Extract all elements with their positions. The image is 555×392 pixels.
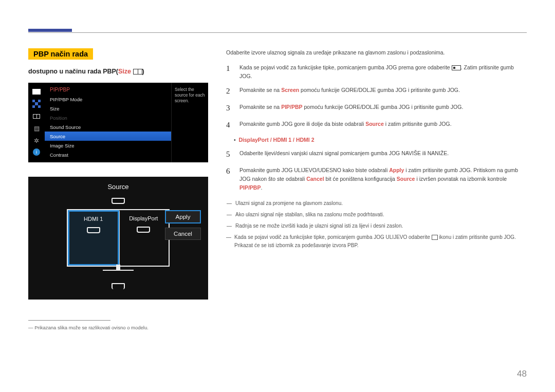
pbp-small-icon xyxy=(31,111,42,121)
step-num: 4 xyxy=(226,119,233,131)
gear-icon: ✲ xyxy=(31,136,42,145)
section-title: PBP način rada xyxy=(28,48,93,60)
footnote: ― Prikazana slika može se razlikovati ov… xyxy=(28,325,208,330)
cancel-button[interactable]: Cancel xyxy=(165,228,201,240)
step-num: 1 xyxy=(226,62,233,74)
step-text: Pomaknite gumb JOG gore ili dolje da bis… xyxy=(239,119,527,128)
doc-icon: ▤ xyxy=(31,124,42,133)
port-top-icon xyxy=(112,197,125,206)
pbp-size-icon xyxy=(133,69,142,74)
step-num: 2 xyxy=(226,85,233,97)
step-3: 3 Pomaknite se na PIP/PBP pomoću funkcij… xyxy=(226,102,527,114)
joystick-icon xyxy=(31,99,42,108)
displayport-icon xyxy=(137,227,150,233)
note-item: ―Ulazni signal za promjene na glavnom za… xyxy=(226,199,527,208)
header-divider xyxy=(28,32,527,33)
step-text: Pomaknite se na Screen pomoću funkcije G… xyxy=(239,85,527,95)
osd-source-dialog: Source HDMI 1 DisplayPort Apply xyxy=(28,177,208,300)
left-label: HDMI 1 xyxy=(84,216,103,222)
step-text: Pomaknite gumb JOG ULIJEVO/UDESNO kako b… xyxy=(239,165,527,192)
note-item: ―Ako ulazni signal nije stabilan, slika … xyxy=(226,211,527,219)
monitor-stand-icon xyxy=(103,270,134,279)
footnote-divider xyxy=(28,320,110,321)
step-text: Kada se pojavi vodič za funkcijske tipke… xyxy=(239,62,527,81)
note-item: ―Radnja se ne može izvršiti kada je ulaz… xyxy=(226,222,527,230)
subtitle-size: Size xyxy=(118,68,131,75)
intro-text: Odaberite izvore ulaznog signala za uređ… xyxy=(226,48,527,57)
header-accent-bar xyxy=(28,29,72,32)
left-column: PBP način rada dostupno u načinu rada PB… xyxy=(28,48,208,330)
return-icon xyxy=(432,235,438,240)
step-6: 6 Pomaknite gumb JOG ULIJEVO/UDESNO kako… xyxy=(226,165,527,192)
step-5: 5 Odaberite lijevi/desni vanjski ulazni … xyxy=(226,148,527,160)
page-content: PBP način rada dostupno u načinu rada PB… xyxy=(28,48,527,330)
sources-bullet: • DisplayPort / HDMI 1 / HDMI 2 xyxy=(234,136,527,144)
step-text: Odaberite lijevi/desni vanjski ulazni si… xyxy=(239,148,527,158)
step-num: 3 xyxy=(226,102,233,114)
port-bottom-icon xyxy=(112,282,125,291)
subtitle-prefix: dostupno u načinu rada PBP( xyxy=(28,68,118,75)
screen-right[interactable]: DisplayPort xyxy=(119,210,169,266)
info-icon: i xyxy=(33,148,40,156)
page-number: 48 xyxy=(517,369,527,379)
notes-list: ―Ulazni signal za promjene na glavnom za… xyxy=(226,199,527,250)
step-1: 1 Kada se pojavi vodič za funkcijske tip… xyxy=(226,62,527,81)
osd-sidebar: ▤ ✲ i xyxy=(28,83,45,162)
step-4: 4 Pomaknite gumb JOG gore ili dolje da b… xyxy=(226,119,527,131)
note-item: ―Kada se pojavi vodič za funkcijske tipk… xyxy=(226,233,527,250)
step-text: Pomaknite se na PIP/PBP pomoću funkcije … xyxy=(239,102,527,111)
osd-menu-pip-pbp: ▤ ✲ i PIP/PBP PIP/PBP ModeOn Size Positi… xyxy=(28,83,208,162)
hdmi-icon xyxy=(87,227,100,233)
apply-button[interactable]: Apply xyxy=(165,210,201,223)
dialog-buttons: Apply Cancel xyxy=(165,210,201,240)
subtitle: dostupno u načinu rada PBP(Size ) xyxy=(28,68,208,75)
step-num: 5 xyxy=(226,148,233,160)
right-label: DisplayPort xyxy=(129,215,158,221)
step-num: 6 xyxy=(226,165,233,177)
osd-hint: Select the source for each screen. xyxy=(171,83,208,162)
step-2: 2 Pomaknite se na Screen pomoću funkcije… xyxy=(226,85,527,97)
monitor-icon xyxy=(31,87,42,96)
subtitle-suffix: ) xyxy=(142,68,144,75)
right-column: Odaberite izvore ulaznog signala za uređ… xyxy=(226,48,527,330)
screen-frame: HDMI 1 DisplayPort xyxy=(67,209,170,267)
osd2-title: Source xyxy=(34,183,202,191)
screen-left[interactable]: HDMI 1 xyxy=(68,210,119,266)
menu-icon xyxy=(452,65,461,70)
